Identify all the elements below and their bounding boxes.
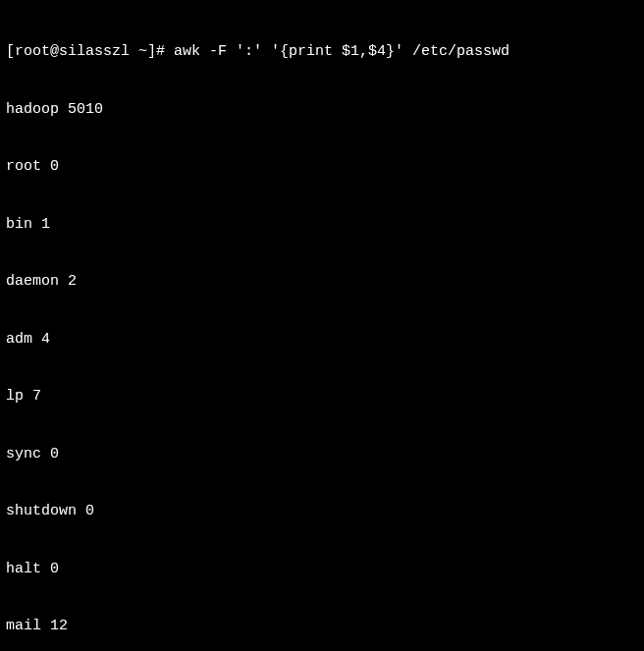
- output-row: lp 7: [6, 387, 638, 407]
- output-row: shutdown 0: [6, 502, 638, 521]
- output-row: sync 0: [6, 445, 638, 464]
- output-row: root 0: [6, 157, 638, 177]
- command-text: awk -F ':' '{print $1,$4}' /etc/passwd: [174, 43, 510, 60]
- output-row: halt 0: [6, 560, 638, 579]
- output-row: bin 1: [6, 215, 638, 235]
- output-row: daemon 2: [6, 272, 638, 292]
- output-row: adm 4: [6, 330, 638, 350]
- command-line: [root@silasszl ~]# awk -F ':' '{print $1…: [6, 42, 638, 62]
- terminal-window[interactable]: [root@silasszl ~]# awk -F ':' '{print $1…: [6, 4, 638, 651]
- output-row: mail 12: [6, 617, 638, 636]
- prompt-prefix: [root@silasszl ~]#: [6, 43, 174, 60]
- output-row: hadoop 5010: [6, 100, 638, 120]
